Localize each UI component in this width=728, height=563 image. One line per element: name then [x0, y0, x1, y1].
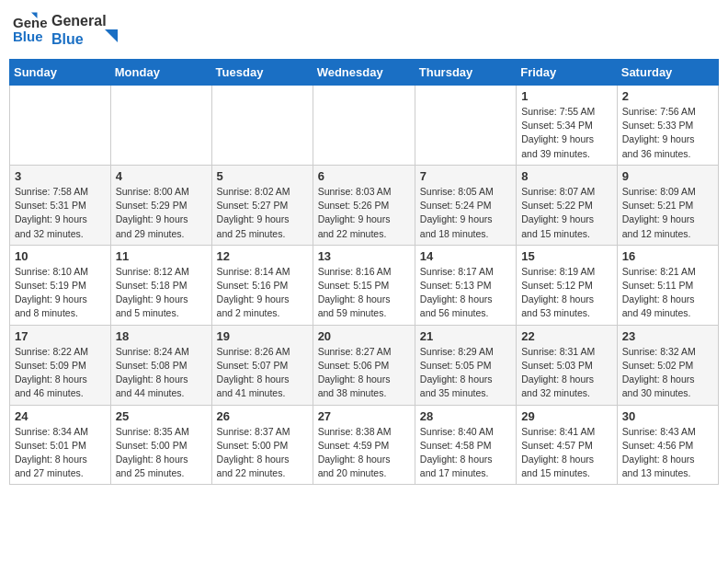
- calendar-cell: 26Sunrise: 8:37 AM Sunset: 5:00 PM Dayli…: [211, 405, 313, 485]
- day-info: Sunrise: 7:55 AM Sunset: 5:34 PM Dayligh…: [521, 105, 612, 161]
- day-info: Sunrise: 8:35 AM Sunset: 5:00 PM Dayligh…: [116, 425, 207, 481]
- calendar-cell: [211, 86, 313, 166]
- day-number: 29: [521, 409, 612, 423]
- day-number: 3: [15, 169, 106, 183]
- calendar-cell: 29Sunrise: 8:41 AM Sunset: 4:57 PM Dayli…: [517, 405, 618, 485]
- day-number: 27: [318, 409, 410, 423]
- day-info: Sunrise: 8:19 AM Sunset: 5:12 PM Dayligh…: [521, 265, 612, 321]
- calendar-cell: 21Sunrise: 8:29 AM Sunset: 5:05 PM Dayli…: [415, 325, 516, 405]
- calendar-cell: 12Sunrise: 8:14 AM Sunset: 5:16 PM Dayli…: [211, 245, 313, 325]
- weekday-tuesday: Tuesday: [211, 60, 313, 86]
- calendar-cell: 8Sunrise: 8:07 AM Sunset: 5:22 PM Daylig…: [517, 165, 618, 245]
- calendar-cell: 18Sunrise: 8:24 AM Sunset: 5:08 PM Dayli…: [110, 325, 211, 405]
- calendar-cell: 5Sunrise: 8:02 AM Sunset: 5:27 PM Daylig…: [211, 165, 313, 245]
- day-number: 15: [521, 249, 612, 263]
- day-number: 18: [116, 329, 207, 343]
- logo-text-block: General Blue: [51, 9, 134, 52]
- day-info: Sunrise: 8:22 AM Sunset: 5:09 PM Dayligh…: [15, 345, 106, 401]
- calendar-cell: 7Sunrise: 8:05 AM Sunset: 5:24 PM Daylig…: [415, 165, 516, 245]
- calendar-cell: [10, 86, 111, 166]
- logo: General Blue General Blue: [13, 9, 134, 52]
- day-info: Sunrise: 8:07 AM Sunset: 5:22 PM Dayligh…: [521, 185, 612, 241]
- day-info: Sunrise: 8:37 AM Sunset: 5:00 PM Dayligh…: [217, 425, 308, 481]
- calendar-week-5: 24Sunrise: 8:34 AM Sunset: 5:01 PM Dayli…: [10, 405, 719, 485]
- day-number: 28: [420, 409, 511, 423]
- svg-text:Blue: Blue: [51, 31, 84, 47]
- calendar-cell: 22Sunrise: 8:31 AM Sunset: 5:03 PM Dayli…: [517, 325, 618, 405]
- day-number: 11: [116, 249, 207, 263]
- day-number: 5: [217, 169, 308, 183]
- calendar-cell: 13Sunrise: 8:16 AM Sunset: 5:15 PM Dayli…: [313, 245, 415, 325]
- day-number: 4: [116, 169, 207, 183]
- calendar-cell: 14Sunrise: 8:17 AM Sunset: 5:13 PM Dayli…: [415, 245, 516, 325]
- day-info: Sunrise: 8:05 AM Sunset: 5:24 PM Dayligh…: [420, 185, 511, 241]
- day-number: 13: [318, 249, 410, 263]
- weekday-monday: Monday: [110, 60, 211, 86]
- day-number: 7: [420, 169, 511, 183]
- calendar-week-2: 3Sunrise: 7:58 AM Sunset: 5:31 PM Daylig…: [10, 165, 719, 245]
- day-info: Sunrise: 8:00 AM Sunset: 5:29 PM Dayligh…: [116, 185, 207, 241]
- day-number: 6: [318, 169, 410, 183]
- calendar-cell: 19Sunrise: 8:26 AM Sunset: 5:07 PM Dayli…: [211, 325, 313, 405]
- calendar-cell: 30Sunrise: 8:43 AM Sunset: 4:56 PM Dayli…: [617, 405, 718, 485]
- day-info: Sunrise: 8:10 AM Sunset: 5:19 PM Dayligh…: [15, 265, 106, 321]
- day-info: Sunrise: 8:34 AM Sunset: 5:01 PM Dayligh…: [15, 425, 106, 481]
- day-info: Sunrise: 8:12 AM Sunset: 5:18 PM Dayligh…: [116, 265, 207, 321]
- day-number: 8: [521, 169, 612, 183]
- day-info: Sunrise: 8:14 AM Sunset: 5:16 PM Dayligh…: [217, 265, 308, 321]
- day-info: Sunrise: 8:43 AM Sunset: 4:56 PM Dayligh…: [622, 425, 713, 481]
- calendar-week-4: 17Sunrise: 8:22 AM Sunset: 5:09 PM Dayli…: [10, 325, 719, 405]
- day-number: 2: [622, 89, 713, 103]
- day-number: 24: [15, 409, 106, 423]
- svg-text:General: General: [51, 13, 107, 29]
- day-info: Sunrise: 8:38 AM Sunset: 4:59 PM Dayligh…: [318, 425, 410, 481]
- calendar-cell: 25Sunrise: 8:35 AM Sunset: 5:00 PM Dayli…: [110, 405, 211, 485]
- weekday-thursday: Thursday: [415, 60, 516, 86]
- calendar-cell: 4Sunrise: 8:00 AM Sunset: 5:29 PM Daylig…: [110, 165, 211, 245]
- day-number: 25: [116, 409, 207, 423]
- calendar-cell: [415, 86, 516, 166]
- svg-text:Blue: Blue: [13, 29, 43, 44]
- weekday-header-row: SundayMondayTuesdayWednesdayThursdayFrid…: [10, 60, 719, 86]
- calendar-cell: 2Sunrise: 7:56 AM Sunset: 5:33 PM Daylig…: [617, 86, 718, 166]
- day-number: 12: [217, 249, 308, 263]
- calendar-cell: 9Sunrise: 8:09 AM Sunset: 5:21 PM Daylig…: [617, 165, 718, 245]
- day-info: Sunrise: 8:29 AM Sunset: 5:05 PM Dayligh…: [420, 345, 511, 401]
- day-number: 16: [622, 249, 713, 263]
- calendar-cell: [313, 86, 415, 166]
- calendar-cell: 1Sunrise: 7:55 AM Sunset: 5:34 PM Daylig…: [517, 86, 618, 166]
- calendar-cell: 6Sunrise: 8:03 AM Sunset: 5:26 PM Daylig…: [313, 165, 415, 245]
- day-number: 14: [420, 249, 511, 263]
- day-info: Sunrise: 8:26 AM Sunset: 5:07 PM Dayligh…: [217, 345, 308, 401]
- day-number: 23: [622, 329, 713, 343]
- day-info: Sunrise: 8:41 AM Sunset: 4:57 PM Dayligh…: [521, 425, 612, 481]
- calendar-cell: 15Sunrise: 8:19 AM Sunset: 5:12 PM Dayli…: [517, 245, 618, 325]
- page-header: General Blue General Blue: [9, 9, 719, 52]
- calendar-cell: 16Sunrise: 8:21 AM Sunset: 5:11 PM Dayli…: [617, 245, 718, 325]
- weekday-sunday: Sunday: [10, 60, 111, 86]
- calendar-cell: 28Sunrise: 8:40 AM Sunset: 4:58 PM Dayli…: [415, 405, 516, 485]
- day-info: Sunrise: 8:09 AM Sunset: 5:21 PM Dayligh…: [622, 185, 713, 241]
- calendar-cell: 11Sunrise: 8:12 AM Sunset: 5:18 PM Dayli…: [110, 245, 211, 325]
- calendar-cell: 23Sunrise: 8:32 AM Sunset: 5:02 PM Dayli…: [617, 325, 718, 405]
- calendar-cell: 17Sunrise: 8:22 AM Sunset: 5:09 PM Dayli…: [10, 325, 111, 405]
- day-number: 22: [521, 329, 612, 343]
- day-info: Sunrise: 8:21 AM Sunset: 5:11 PM Dayligh…: [622, 265, 713, 321]
- day-number: 26: [217, 409, 308, 423]
- calendar-week-1: 1Sunrise: 7:55 AM Sunset: 5:34 PM Daylig…: [10, 86, 719, 166]
- day-info: Sunrise: 8:27 AM Sunset: 5:06 PM Dayligh…: [318, 345, 410, 401]
- day-number: 19: [217, 329, 308, 343]
- day-info: Sunrise: 8:16 AM Sunset: 5:15 PM Dayligh…: [318, 265, 410, 321]
- day-info: Sunrise: 7:58 AM Sunset: 5:31 PM Dayligh…: [15, 185, 106, 241]
- day-number: 10: [15, 249, 106, 263]
- calendar-cell: 10Sunrise: 8:10 AM Sunset: 5:19 PM Dayli…: [10, 245, 111, 325]
- calendar-table: SundayMondayTuesdayWednesdayThursdayFrid…: [9, 59, 719, 485]
- svg-marker-4: [105, 29, 118, 42]
- day-number: 21: [420, 329, 511, 343]
- day-info: Sunrise: 8:24 AM Sunset: 5:08 PM Dayligh…: [116, 345, 207, 401]
- day-number: 30: [622, 409, 713, 423]
- calendar-cell: 24Sunrise: 8:34 AM Sunset: 5:01 PM Dayli…: [10, 405, 111, 485]
- logo-icon: General Blue: [13, 11, 48, 50]
- day-number: 20: [318, 329, 410, 343]
- calendar-cell: 3Sunrise: 7:58 AM Sunset: 5:31 PM Daylig…: [10, 165, 111, 245]
